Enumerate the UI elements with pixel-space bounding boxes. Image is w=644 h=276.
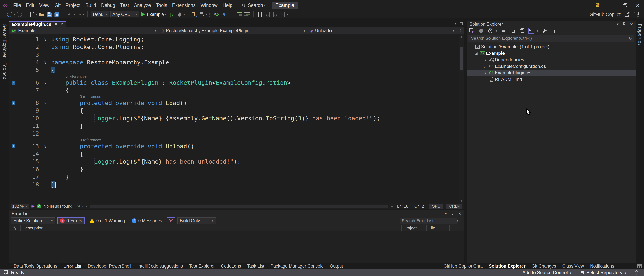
breadcrumb-member-dropdown[interactable]: ◈ Unload() ▾ [308, 28, 457, 34]
previous-bookmark-button[interactable] [264, 11, 271, 18]
properties-wrench-button[interactable] [542, 28, 548, 34]
code-editor[interactable]: 1∨using Rocket.Core.Logging;2using Rocke… [9, 34, 464, 203]
restore-button[interactable] [619, 0, 631, 10]
share-icon[interactable] [625, 12, 630, 17]
code-line-5[interactable]: 5{ [9, 66, 459, 74]
error-list-body[interactable] [9, 231, 464, 263]
chevron-down-icon[interactable]: ▾ [14, 13, 15, 16]
warnings-toggle[interactable]: ! 0 of 1 Warning [87, 217, 127, 224]
codelens-references[interactable]: 0 references [9, 138, 459, 142]
menu-item-edit[interactable]: Edit [24, 0, 36, 10]
tree-item-solution-example-1-of-1-project[interactable]: Solution 'Example' (1 of 1 project) [467, 44, 636, 50]
menu-item-build[interactable]: Build [83, 0, 99, 10]
ink-annotations-icon[interactable]: ✎ [77, 204, 81, 208]
vertical-scrollbar[interactable]: ▲ ▼ [459, 34, 464, 203]
severity-column-header[interactable]: ▚ [9, 225, 20, 231]
collapse-all-button[interactable] [510, 28, 516, 34]
chevron-down-icon[interactable]: ▾ [206, 13, 207, 16]
breadcrumb-type-dropdown[interactable]: {} RestoreMonarchy.Example.ExamplePlugin… [159, 28, 308, 34]
panel-tab-output[interactable]: Output [327, 263, 346, 269]
menu-item-window[interactable]: Window [198, 0, 220, 10]
spell-check-button[interactable]: abc [213, 11, 220, 18]
fold-chevron-icon[interactable]: ∨ [40, 99, 51, 107]
new-file-button[interactable] [29, 11, 36, 18]
close-panel-icon[interactable]: × [630, 21, 633, 27]
codelens-glyph-icon[interactable]: O↑ [12, 80, 17, 85]
undo-button[interactable]: ↶ [66, 11, 73, 18]
code-line-4[interactable]: 4∨namespace RestoreMonarchy.Example [9, 58, 459, 66]
chevron-down-icon[interactable]: ▾ [630, 36, 632, 40]
pin-icon[interactable] [54, 22, 58, 26]
window-position-dropdown-icon[interactable]: ▾ [617, 22, 618, 26]
close-tab-icon[interactable]: × [60, 22, 63, 27]
collapsed-chevron-icon[interactable]: ▷ [482, 64, 488, 68]
sync-icon[interactable]: ⇄ [501, 28, 506, 34]
code-line-14[interactable]: 14 { [9, 150, 459, 158]
float-window-icon[interactable] [460, 22, 463, 25]
tree-item-exampleplugin-cs[interactable]: ▷C#ExamplePlugin.cs [467, 70, 636, 76]
start-debugging-button[interactable]: Example ▾ [140, 11, 168, 18]
messages-toggle[interactable]: i 0 Messages [130, 217, 164, 224]
code-line-18[interactable]: 18} [9, 181, 459, 188]
error-list-search-box[interactable]: ▾ [400, 218, 457, 224]
select-repository-button[interactable]: Select Repository ▴ [580, 270, 626, 275]
crown-icon[interactable]: ♛ [595, 2, 600, 8]
toggle-bookmark-button[interactable] [257, 11, 263, 18]
chevron-down-icon[interactable]: ▾ [36, 13, 37, 16]
code-line-8[interactable]: O↑8∨ protected override void Load() [9, 99, 459, 107]
fold-chevron-icon[interactable]: ∨ [40, 142, 51, 150]
side-tab-toolbox[interactable]: Toolbox [2, 63, 7, 79]
fold-chevron-icon[interactable]: ∨ [40, 79, 51, 86]
pin-icon[interactable] [451, 212, 454, 215]
line-indicator[interactable]: Ln: 18 [395, 204, 410, 208]
panel-tab-github-copilot-chat[interactable]: GitHub Copilot Chat [440, 263, 486, 269]
save-button[interactable] [46, 11, 52, 18]
feedback-icon[interactable] [4, 270, 8, 275]
increase-indent-button[interactable] [244, 11, 250, 18]
chevron-down-icon[interactable]: ▾ [183, 13, 185, 16]
window-position-dropdown-icon[interactable]: ▾ [445, 212, 447, 216]
profile-chip[interactable]: Example [272, 2, 298, 9]
menu-item-git[interactable]: Git [52, 0, 63, 10]
menu-item-test[interactable]: Test [118, 0, 132, 10]
code-line-15[interactable]: 15 Logger.Log($"{Name} has been unloaded… [9, 158, 459, 166]
panel-tab-data-tools-operations[interactable]: Data Tools Operations [10, 263, 60, 269]
fold-chevron-icon[interactable]: ∨ [40, 36, 51, 43]
scroll-up-icon[interactable]: ▲ [460, 34, 463, 39]
filter-button[interactable] [167, 217, 175, 224]
search-box[interactable]: Search ▾ [239, 2, 268, 8]
breadcrumb-project-dropdown[interactable]: C# Example ▾ [9, 28, 159, 34]
panel-tab-test-explorer[interactable]: Test Explorer [186, 263, 218, 269]
menu-item-view[interactable]: View [36, 0, 52, 10]
panel-tab-notifications[interactable]: Notifications [587, 263, 617, 269]
panel-tab-package-manager-console[interactable]: Package Manager Console [267, 263, 326, 269]
document-tab[interactable]: ExamplePlugin.cs × [9, 21, 66, 27]
errors-toggle[interactable]: × 0 Errors [57, 217, 85, 224]
panel-tab-solution-explorer[interactable]: Solution Explorer [486, 263, 529, 269]
attach-to-process-button[interactable] [199, 11, 205, 18]
debug-configuration-dropdown[interactable]: Debu ▾ [91, 11, 109, 18]
error-list-title-bar[interactable]: Error List ▾ × [9, 210, 464, 216]
minimize-button[interactable]: – [606, 0, 619, 10]
code-line-9[interactable]: 9 { [9, 107, 459, 114]
platform-dropdown[interactable]: Any CPU ▾ [110, 11, 139, 18]
menu-item-help[interactable]: Help [220, 0, 235, 10]
notifications-bell-icon[interactable] [634, 270, 639, 275]
build-filter-dropdown[interactable]: Build Only ▾ [178, 217, 216, 224]
decrease-indent-button[interactable] [236, 11, 243, 18]
solution-explorer-search-input[interactable] [470, 36, 627, 41]
menu-item-analyze[interactable]: Analyze [132, 0, 154, 10]
error-list-search-input[interactable] [402, 218, 457, 224]
project-column-header[interactable]: Project [402, 225, 426, 231]
codelens-references[interactable]: 0 references [9, 94, 459, 99]
code-line-13[interactable]: O↑13∨ protected override void Unload() [9, 142, 459, 150]
find-in-files-button[interactable] [191, 11, 198, 18]
document-health-icon[interactable]: ◉ [31, 204, 35, 209]
menu-item-project[interactable]: Project [63, 0, 83, 10]
code-line-7[interactable]: 7 { [9, 86, 459, 94]
toolbar-drag-handle[interactable] [3, 12, 4, 17]
next-bookmark-button[interactable] [272, 11, 278, 18]
close-panel-icon[interactable]: × [458, 211, 461, 216]
menu-item-debug[interactable]: Debug [99, 0, 118, 10]
select-pointer-button[interactable] [221, 11, 228, 18]
